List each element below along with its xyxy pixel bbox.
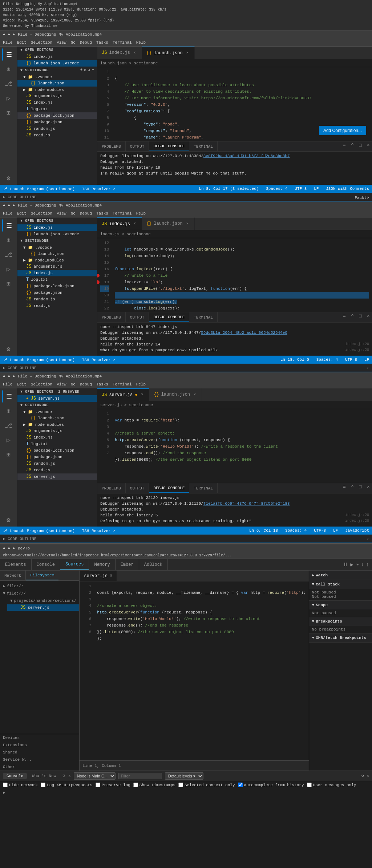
menu-view-2[interactable]: View bbox=[57, 211, 66, 216]
close-tab-launch-1[interactable]: × bbox=[185, 51, 190, 56]
dt-filesystem-tab[interactable]: Filesystem bbox=[26, 571, 58, 580]
sidebar-item-index-js-1[interactable]: JS index.js bbox=[17, 53, 97, 60]
dt-devices-item[interactable]: Devices bbox=[0, 734, 79, 741]
panel-tab-debug-1[interactable]: DEBUG CONSOLE bbox=[149, 141, 189, 151]
activity-git-1[interactable]: ⎇ bbox=[2, 77, 15, 90]
close-tab-launch-3[interactable]: × bbox=[192, 392, 197, 397]
panel-expand-btn-3[interactable]: ⌃ bbox=[349, 483, 356, 491]
sidebar-item-pkglock-1[interactable]: {} package-lock.json bbox=[17, 112, 97, 119]
activity-explorer-2[interactable]: ☰ bbox=[2, 219, 15, 232]
dt-watch-header[interactable]: ▶ Watch bbox=[309, 571, 372, 580]
sidebar-item-read-3[interactable]: JS read.js bbox=[17, 467, 97, 473]
menu-go-3[interactable]: Go bbox=[71, 382, 76, 387]
activity-debug-2[interactable]: ▷ bbox=[2, 263, 15, 276]
console-settings-icon[interactable]: ⚙ bbox=[361, 773, 364, 778]
dt-code-area[interactable]: 12345678 const {exports, require, module… bbox=[80, 581, 308, 760]
menu-terminal-2[interactable]: Terminal bbox=[113, 211, 132, 216]
menu-terminal-1[interactable]: Terminal bbox=[113, 40, 132, 45]
panel-tab-problems-2[interactable]: PROBLEMS bbox=[97, 312, 126, 322]
debugger-resume-btn[interactable]: ▶ bbox=[350, 561, 353, 568]
sidebar-folder-vscode-3[interactable]: ▼ 📁 .vscode bbox=[17, 409, 97, 415]
sidebar-item-index-3[interactable]: JS index.js bbox=[17, 434, 97, 441]
code-area-2[interactable]: 1213141516 17 18 19 202122 let randomJok… bbox=[97, 238, 372, 312]
menu-edit-2[interactable]: Edit bbox=[17, 211, 26, 216]
panel-maximize-btn-2[interactable]: □ bbox=[357, 312, 364, 320]
sidebar-item-launch-tree-3[interactable]: {} launch.json bbox=[17, 415, 97, 421]
debugger-stepout-btn[interactable]: ↑ bbox=[366, 562, 369, 568]
panel-tab-terminal-1[interactable]: TERMINAL bbox=[189, 141, 218, 151]
sidebar-item-launch-json-1[interactable]: {} launch.json .vscode bbox=[17, 60, 97, 67]
sidebar-item-read-2[interactable]: JS read.js bbox=[17, 303, 97, 309]
activity-debug-1[interactable]: ▷ bbox=[2, 92, 15, 105]
panel-expand-btn-1[interactable]: ⌃ bbox=[349, 141, 356, 149]
activity-search-2[interactable]: ⊕ bbox=[2, 233, 15, 247]
panel-expand-btn-2[interactable]: ⌃ bbox=[349, 312, 356, 320]
menu-selection-3[interactable]: Selection bbox=[31, 382, 52, 387]
sidebar-item-server-js-3[interactable]: ● JS server.js bbox=[17, 395, 97, 402]
checkbox-log-xml[interactable]: Log XMLHttpRequests bbox=[41, 783, 92, 787]
console-close-btn[interactable]: × bbox=[367, 774, 369, 778]
sidebar-new-file-icon-1[interactable]: + bbox=[80, 68, 83, 72]
activity-extensions-2[interactable]: ⊞ bbox=[2, 277, 15, 290]
dt-projects-folder[interactable]: ▼ projects/handson/sections/ bbox=[7, 597, 79, 604]
panel-close-btn-2[interactable]: × bbox=[365, 312, 372, 320]
menubar-3[interactable]: File Edit Selection View Go Debug Tasks … bbox=[0, 380, 372, 388]
dt-breakpoints-header[interactable]: ▼ Breakpoints bbox=[309, 617, 372, 626]
tab-launch-json-2[interactable]: {} launch.json × bbox=[142, 217, 195, 230]
menu-help-2[interactable]: Help bbox=[136, 211, 146, 216]
panel-clear-btn-3[interactable]: ≡ bbox=[341, 483, 348, 491]
sidebar-item-index-tree-2[interactable]: JS index.js bbox=[17, 270, 97, 276]
menu-selection-2[interactable]: Selection bbox=[31, 211, 52, 216]
activity-search-3[interactable]: ⊕ bbox=[2, 404, 15, 417]
panel-tab-output-2[interactable]: OUTPUT bbox=[126, 312, 149, 322]
tab-index-js-1[interactable]: JS index.js × bbox=[97, 47, 142, 59]
dt-network-tab[interactable]: Network bbox=[0, 571, 26, 580]
activity-settings-2[interactable]: ⚙ bbox=[2, 343, 15, 356]
panel-close-btn-3[interactable]: × bbox=[365, 483, 372, 491]
checkbox-selected-context[interactable]: Selected context only bbox=[178, 783, 235, 787]
dt-xhr-header[interactable]: ▼ XHR/fetch Breakpoints bbox=[309, 633, 372, 642]
panel-tab-debug-2[interactable]: DEBUG CONSOLE bbox=[149, 312, 189, 322]
activity-explorer-1[interactable]: ☰ bbox=[2, 48, 15, 61]
sidebar-folder-node-2[interactable]: ▶ 📁 node_modules bbox=[17, 257, 97, 263]
close-tab-server-3[interactable]: × bbox=[140, 392, 145, 397]
panel-clear-btn-1[interactable]: ≡ bbox=[341, 141, 348, 149]
sidebar-item-server-3[interactable]: JS server.js bbox=[17, 473, 97, 480]
sidebar-item-pkgjson-3[interactable]: {} package.json bbox=[17, 454, 97, 460]
activity-extensions-3[interactable]: ⊞ bbox=[2, 448, 15, 461]
sidebar-item-log-3[interactable]: T log.txt bbox=[17, 441, 97, 447]
add-config-button[interactable]: Add Configuration... bbox=[319, 126, 366, 135]
dt-tab-console[interactable]: Console bbox=[32, 559, 60, 570]
panel-tab-output-3[interactable]: OUTPUT bbox=[126, 483, 149, 493]
close-tab-index-1[interactable]: × bbox=[132, 50, 137, 55]
activity-search-1[interactable]: ⊕ bbox=[2, 63, 15, 76]
sidebar-item-random-2[interactable]: JS random.js bbox=[17, 296, 97, 303]
menu-selection-1[interactable]: Selection bbox=[31, 40, 52, 45]
menu-help-3[interactable]: Help bbox=[136, 382, 146, 387]
dt-tab-adblock[interactable]: AdBlock bbox=[139, 559, 168, 570]
menu-tasks-3[interactable]: Tasks bbox=[96, 382, 108, 387]
dt-shared-item[interactable]: Shared bbox=[0, 749, 79, 756]
menubar-2[interactable]: File Edit Selection View Go Debug Tasks … bbox=[0, 209, 372, 217]
dt-callstack-header[interactable]: ▼ Call Stack bbox=[309, 580, 372, 589]
dt-service-item[interactable]: Service W... bbox=[0, 756, 79, 763]
sidebar-item-index-js-2[interactable]: JS index.js bbox=[17, 224, 97, 231]
panel-tab-output-1[interactable]: OUTPUT bbox=[126, 141, 149, 151]
sidebar-item-pkg-2[interactable]: {} package-lock.json bbox=[17, 283, 97, 289]
menu-file-2[interactable]: File bbox=[3, 211, 12, 216]
debugger-stepinto-btn[interactable]: ↓ bbox=[361, 562, 364, 568]
menu-edit-1[interactable]: Edit bbox=[17, 40, 26, 45]
sidebar-item-arguments-1[interactable]: JS arguments.js bbox=[17, 93, 97, 99]
menu-file-3[interactable]: File bbox=[3, 382, 12, 387]
sidebar-folder-vscode-1[interactable]: ▼ 📁 .vscode bbox=[17, 74, 97, 80]
dt-tab-ember[interactable]: Ember bbox=[116, 559, 139, 570]
sidebar-item-log-1[interactable]: T log.txt bbox=[17, 106, 97, 112]
activity-git-3[interactable]: ⎇ bbox=[2, 419, 15, 432]
sidebar-item-log-2[interactable]: T log.txt bbox=[17, 276, 97, 283]
activity-debug-3[interactable]: ▷ bbox=[2, 433, 15, 447]
sidebar-item-index-tree-1[interactable]: JS index.js bbox=[17, 99, 97, 106]
menu-terminal-3[interactable]: Terminal bbox=[113, 382, 132, 387]
menu-file-1[interactable]: File bbox=[3, 40, 12, 45]
panel-maximize-btn-1[interactable]: □ bbox=[357, 141, 364, 149]
checkbox-user-messages[interactable]: User messages only bbox=[307, 783, 356, 787]
